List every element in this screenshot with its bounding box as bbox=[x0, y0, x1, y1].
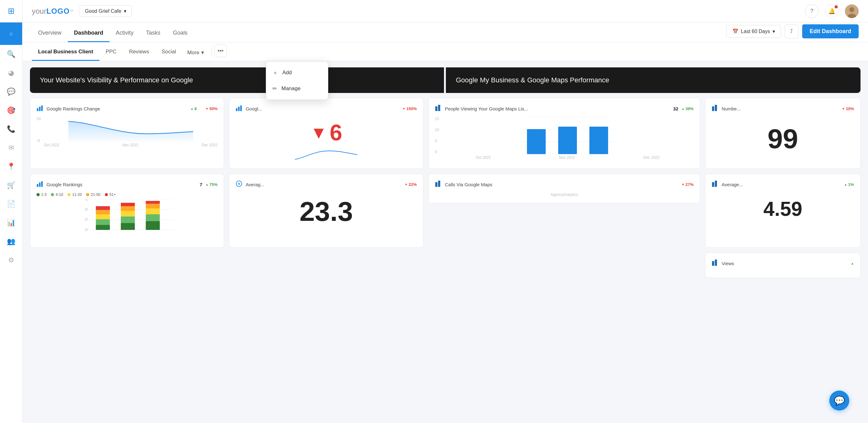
notification-badge bbox=[835, 5, 838, 8]
up-badge-5: 75% bbox=[205, 182, 217, 187]
cards-row-3: Views bbox=[23, 248, 868, 278]
svg-rect-51 bbox=[715, 181, 717, 187]
card-title-7: Calls Via Google Maps bbox=[445, 182, 678, 187]
sidebar-item-settings[interactable]: ⚙ bbox=[0, 251, 22, 269]
sub-tab-reviews[interactable]: Reviews bbox=[123, 48, 155, 61]
location-icon: 📍 bbox=[7, 163, 15, 171]
x-label-3: Dec 2022 bbox=[202, 143, 217, 147]
svg-rect-50 bbox=[712, 182, 714, 187]
svg-rect-41 bbox=[146, 221, 160, 230]
card-value-3: 32 bbox=[673, 106, 678, 111]
sidebar-item-documents[interactable]: 📄 bbox=[0, 195, 22, 214]
help-button[interactable]: ? bbox=[805, 4, 819, 18]
sidebar-item-email[interactable]: ✉ bbox=[0, 138, 22, 157]
google-rankings-change-card[interactable]: Google Rankings Change 8 50% 24 -8 bbox=[30, 98, 224, 169]
tab-activity[interactable]: Activity bbox=[110, 30, 140, 42]
sidebar-item-analytics[interactable]: 📊 bbox=[0, 214, 22, 232]
card-title: Google Rankings Change bbox=[46, 106, 187, 111]
chat-button[interactable]: 💬 bbox=[829, 391, 849, 411]
edit-dashboard-button[interactable]: Edit Dashboard bbox=[802, 24, 859, 38]
big-number-value: 6 bbox=[330, 120, 342, 145]
number-widget-card[interactable]: Numbe... 10% 99 bbox=[705, 98, 861, 169]
sub-nav: Local Business Client PPC Reviews Social… bbox=[23, 42, 868, 61]
dropdown-item-manage[interactable]: ✏ Manage bbox=[266, 81, 328, 96]
svg-rect-10 bbox=[438, 105, 440, 111]
calls-card[interactable]: Calls Via Google Maps 27% AgencyAnalytic… bbox=[428, 174, 700, 203]
chart-icon bbox=[36, 104, 43, 113]
user-avatar[interactable] bbox=[845, 4, 859, 18]
home-icon: ⌂ bbox=[10, 31, 13, 36]
svg-rect-20 bbox=[37, 184, 38, 187]
views-card-header: Views bbox=[712, 259, 854, 268]
more-tabs-button[interactable]: More ▾ bbox=[182, 49, 209, 61]
cards-row-2: Google Rankings 7 75% 1-3 4-10 bbox=[23, 169, 868, 248]
svg-rect-35 bbox=[96, 206, 110, 210]
svg-rect-40 bbox=[121, 203, 135, 206]
cart-icon: 🛒 bbox=[7, 181, 15, 189]
logo-prefix: your bbox=[32, 7, 46, 15]
google-widget-card[interactable]: Googl... 150% ▼ 6 bbox=[229, 98, 423, 169]
cards-row-1: Google Rankings Change 8 50% 24 -8 bbox=[23, 98, 868, 169]
up-badge-8: 1% bbox=[844, 182, 854, 187]
sidebar-item-users[interactable]: 👥 bbox=[0, 232, 22, 251]
sidebar-item-home[interactable]: ⌂ bbox=[0, 23, 22, 45]
question-icon: ? bbox=[810, 8, 813, 14]
dropdown-item-add[interactable]: ＋ Add bbox=[266, 65, 328, 81]
more-dropdown-menu: ＋ Add ✏ Manage bbox=[266, 61, 328, 100]
sidebar-item-location[interactable]: 📍 bbox=[0, 157, 22, 176]
calendar-icon: 📅 bbox=[732, 28, 739, 34]
add-label: Add bbox=[282, 70, 292, 76]
tab-overview[interactable]: Overview bbox=[32, 30, 68, 42]
email-icon: ✉ bbox=[8, 144, 14, 152]
share-button[interactable]: ⤴ bbox=[785, 25, 799, 38]
stacked-bar-chart: 40 30 20 10 bbox=[36, 199, 217, 240]
sidebar-item-ecommerce[interactable]: 🛒 bbox=[0, 176, 22, 195]
down-badge: 50% bbox=[205, 106, 217, 111]
notifications-button[interactable]: 🔔 bbox=[825, 4, 839, 18]
average-rating-card[interactable]: Average... 1% 4.59 bbox=[705, 174, 861, 248]
sidebar-item-marketing[interactable]: 🎯 bbox=[0, 101, 22, 120]
svg-rect-38 bbox=[121, 211, 135, 217]
dots-menu-button[interactable]: ••• bbox=[214, 44, 227, 57]
svg-rect-52 bbox=[712, 261, 714, 266]
sidebar-item-reports[interactable]: ◕ bbox=[0, 64, 22, 83]
tab-dashboard[interactable]: Dashboard bbox=[68, 30, 110, 42]
sub-tab-ppc[interactable]: PPC bbox=[99, 48, 123, 61]
svg-rect-22 bbox=[41, 181, 43, 187]
search-icon: 🔍 bbox=[7, 50, 15, 58]
client-selector[interactable]: Good Grief Cafe ▾ bbox=[80, 5, 132, 17]
big-number-area-2: 99 bbox=[712, 117, 854, 161]
card-header-4: Numbe... 10% bbox=[712, 104, 854, 113]
people-viewing-card[interactable]: People Viewing Your Google Maps Lis... 3… bbox=[428, 98, 700, 169]
card-header-7: Calls Via Google Maps 27% bbox=[435, 180, 693, 189]
svg-rect-9 bbox=[435, 106, 437, 111]
sidebar-item-messages[interactable]: 💬 bbox=[0, 83, 22, 101]
date-range-label: Last 60 Days bbox=[741, 29, 770, 34]
views-card[interactable]: Views bbox=[705, 253, 861, 278]
main-content: your LOGO ™ Good Grief Cafe ▾ ? 🔔 bbox=[23, 0, 868, 423]
down-badge-2: 150% bbox=[402, 106, 417, 111]
average-widget-card[interactable]: ★ Averag... 22% 23.3 bbox=[229, 174, 423, 248]
manage-label: Manage bbox=[281, 86, 301, 92]
sub-tab-social[interactable]: Social bbox=[155, 48, 182, 61]
x-label-2: Nov 2022 bbox=[122, 143, 138, 147]
analytics-icon: 📊 bbox=[7, 219, 15, 227]
svg-rect-8 bbox=[240, 105, 242, 111]
card-header: Googl... 150% bbox=[236, 104, 416, 113]
sub-tab-local-business[interactable]: Local Business Client bbox=[32, 48, 99, 61]
logo: your LOGO ™ bbox=[32, 7, 73, 15]
svg-rect-45 bbox=[146, 201, 160, 204]
svg-rect-49 bbox=[438, 181, 440, 187]
big-number-display: ▼ 6 bbox=[310, 120, 342, 145]
sidebar-item-search[interactable]: 🔍 bbox=[0, 45, 22, 64]
star-icon: ★ bbox=[236, 180, 242, 189]
date-range-button[interactable]: 📅 Last 60 Days ▾ bbox=[726, 25, 781, 38]
tab-goals[interactable]: Goals bbox=[166, 30, 194, 42]
agency-analytics-label: AgencyAnalytics bbox=[435, 192, 693, 197]
svg-rect-33 bbox=[96, 214, 110, 219]
tab-tasks[interactable]: Tasks bbox=[140, 30, 166, 42]
sidebar-item-calls[interactable]: 📞 bbox=[0, 120, 22, 138]
banners-row: Your Website's Visibility & Performance … bbox=[30, 67, 861, 93]
google-rankings-card[interactable]: Google Rankings 7 75% 1-3 4-10 bbox=[30, 174, 224, 248]
card-title-4: Numbe... bbox=[722, 106, 839, 111]
